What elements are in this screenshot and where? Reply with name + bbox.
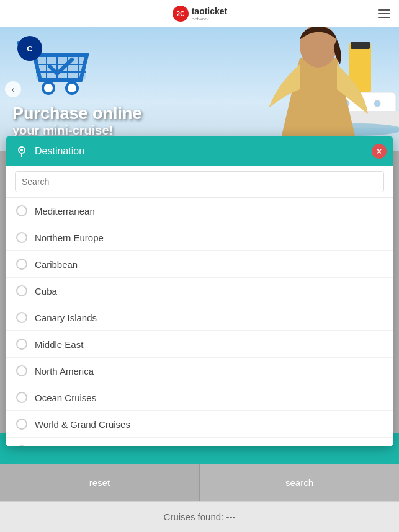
option-item-caribbean[interactable]: Caribbean [6, 251, 393, 278]
option-label-middle-east: Middle East [35, 339, 83, 350]
option-item-canary-islands[interactable]: Canary Islands [6, 304, 393, 331]
radio-ocean-cruises [16, 392, 27, 403]
banner: C Purchase online your mini-cruise! ‹ [0, 27, 399, 151]
logo: 2C taoticket network [172, 5, 228, 22]
search-button[interactable]: search [200, 464, 399, 501]
banner-line1: Purchase online [12, 105, 142, 123]
menu-button[interactable] [378, 9, 390, 18]
radio-canary-islands [16, 312, 27, 323]
person-illustration [266, 27, 371, 151]
cruises-bar: Cruises found: --- [0, 501, 399, 532]
radio-middle-east [16, 339, 27, 350]
bottom-area: reset search Cruises found: --- [0, 433, 399, 532]
option-label-north-america: North America [35, 366, 94, 376]
option-label-world-grand-cruises: World & Grand Cruises [35, 419, 130, 430]
radio-north-america [16, 365, 27, 376]
option-label-caribbean: Caribbean [35, 259, 78, 270]
destination-modal: Destination × MediterraneanNorthern Euro… [6, 136, 393, 446]
radio-northern-europe [16, 232, 27, 243]
prev-button[interactable]: ‹ [5, 81, 21, 97]
radio-indian-ocean [16, 445, 27, 446]
modal-header: Destination × [6, 136, 393, 166]
radio-mediterranean [16, 205, 27, 216]
option-item-middle-east[interactable]: Middle East [6, 331, 393, 358]
radio-world-grand-cruises [16, 419, 27, 430]
logo-text: taoticket [192, 6, 228, 16]
search-bar [6, 166, 393, 198]
option-item-indian-ocean[interactable]: Indian Ocean [6, 438, 393, 446]
option-item-cuba[interactable]: Cuba [6, 278, 393, 304]
option-label-ocean-cruises: Ocean Cruises [35, 392, 96, 403]
svg-text:2C: 2C [176, 11, 184, 17]
option-item-mediterranean[interactable]: Mediterranean [6, 198, 393, 224]
modal-title: Destination [35, 146, 84, 157]
header: 2C taoticket network [0, 0, 399, 27]
radio-cuba [16, 285, 27, 296]
modal-close-button[interactable]: × [372, 144, 387, 159]
action-buttons: reset search [0, 464, 399, 501]
costa-badge: C [17, 36, 42, 61]
svg-point-19 [66, 82, 78, 94]
option-label-cuba: Cuba [35, 286, 57, 296]
option-item-northern-europe[interactable]: Northern Europe [6, 224, 393, 251]
svg-point-22 [20, 149, 23, 151]
svg-point-18 [43, 82, 54, 94]
option-item-north-america[interactable]: North America [6, 358, 393, 384]
option-label-mediterranean: Mediterranean [35, 206, 95, 216]
logo-sub: network [192, 17, 228, 22]
logo-icon: 2C [172, 5, 189, 22]
svg-point-9 [374, 100, 380, 107]
destination-icon [15, 144, 29, 158]
option-item-ocean-cruises[interactable]: Ocean Cruises [6, 384, 393, 411]
option-label-canary-islands: Canary Islands [35, 313, 97, 323]
options-list: MediterraneanNorthern EuropeCaribbeanCub… [6, 198, 393, 446]
banner-line2: your mini-cruise! [12, 123, 142, 138]
search-input[interactable] [15, 171, 384, 192]
option-item-world-grand-cruises[interactable]: World & Grand Cruises [6, 411, 393, 438]
radio-caribbean [16, 259, 27, 270]
option-label-indian-ocean: Indian Ocean [35, 446, 90, 446]
reset-button[interactable]: reset [0, 464, 200, 501]
option-label-northern-europe: Northern Europe [35, 233, 104, 243]
cruises-found-text: Cruises found: --- [164, 512, 236, 522]
